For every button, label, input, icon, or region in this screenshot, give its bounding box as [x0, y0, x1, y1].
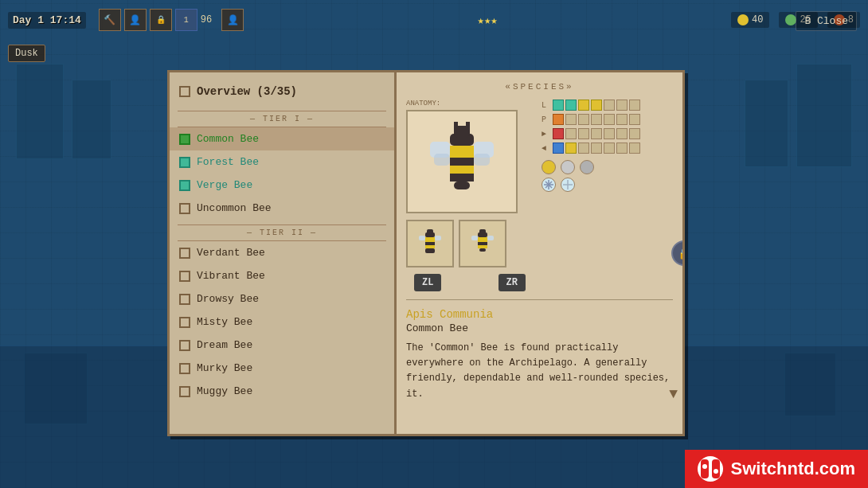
bee-item-dream[interactable]: Dream Bee — [170, 334, 394, 357]
bee-item-common[interactable]: Common Bee — [170, 127, 394, 150]
svg-rect-17 — [425, 242, 435, 245]
condition-icon-2 — [542, 178, 556, 192]
svg-rect-2 — [434, 154, 450, 166]
close-button[interactable]: B Close — [796, 11, 857, 31]
stat-block — [616, 142, 628, 154]
stat-block — [604, 114, 615, 125]
condition-icon-3 — [561, 178, 575, 192]
stat-block — [553, 100, 564, 111]
bee-name: Verdant Bee — [197, 247, 265, 259]
nav-btn-zr[interactable]: ZR — [499, 274, 526, 291]
svg-rect-26 — [478, 245, 487, 248]
species-content: ANATOMY: — [406, 100, 673, 291]
stat-block — [553, 142, 564, 154]
species-description: The 'Common' Bee is found practically ev… — [406, 341, 673, 402]
svg-rect-27 — [479, 248, 486, 252]
bee-item-murky[interactable]: Murky Bee — [170, 357, 394, 380]
bee-item-verdant[interactable]: Verdant Bee — [170, 241, 394, 264]
conditions-area — [542, 160, 673, 192]
switch-logo — [698, 456, 723, 482]
overview-title: Overview (3/35) — [197, 85, 297, 98]
stat-block — [591, 100, 602, 111]
bee-checkbox — [179, 340, 190, 351]
bee-checkbox — [179, 180, 190, 191]
bee-item-verge[interactable]: Verge Bee — [170, 174, 394, 197]
bee-name: Verge Bee — [197, 179, 252, 191]
bee-item-forest[interactable]: Forest Bee — [170, 150, 394, 174]
stat-blocks — [553, 114, 640, 125]
stat-block — [578, 114, 589, 125]
overview-item[interactable]: Overview (3/35) — [170, 80, 394, 106]
hud-inventory: 🔨 👤 🔒 1 96 — [99, 9, 212, 31]
stat-block — [591, 128, 602, 139]
stat-block — [616, 114, 628, 125]
bee-item-uncommon[interactable]: Uncommon Bee — [170, 197, 394, 220]
svg-rect-37 — [702, 464, 707, 469]
hud-bar: Day 1 17:14 🔨 👤 🔒 1 96 👤 ★★★ 40 25 — [0, 0, 868, 40]
snowflake-icon — [561, 178, 574, 191]
bee-thumbnails — [406, 220, 534, 267]
hud-count: 96 — [201, 14, 212, 25]
switchntd-banner: Switchntd.com — [685, 450, 868, 488]
hud-time: Day 1 17:14 — [8, 12, 86, 29]
condition-sun-icon — [542, 160, 556, 174]
stat-blocks — [553, 100, 640, 111]
bee-name: Muggy Bee — [197, 385, 252, 397]
stats-panel: L P — [542, 100, 673, 291]
stat-block — [629, 114, 640, 125]
resource-icon-2 — [785, 14, 796, 25]
stat-block — [565, 142, 577, 154]
stat-indicator: L — [542, 101, 549, 110]
bee-checkbox — [179, 134, 190, 145]
stat-indicator: P — [542, 115, 549, 124]
bee-item-vibrant[interactable]: Vibrant Bee — [170, 264, 394, 287]
svg-rect-38 — [714, 469, 718, 474]
bee-name: Misty Bee — [197, 316, 252, 328]
bee-item-muggy[interactable]: Muggy Bee — [170, 380, 394, 403]
svg-rect-13 — [419, 236, 425, 240]
bee-item-misty[interactable]: Misty Bee — [170, 310, 394, 334]
stat-row-p: P — [542, 114, 673, 125]
svg-rect-11 — [454, 122, 458, 130]
nav-btn-zl[interactable]: ZL — [414, 274, 441, 291]
description-area: Apis Communia Common Bee The 'Common' Be… — [406, 299, 673, 402]
inventory-slot: 👤 — [221, 9, 244, 31]
stat-block — [553, 114, 564, 125]
scientific-name: Apis Communia — [406, 308, 673, 321]
bee-thumb-2[interactable] — [459, 220, 506, 267]
bee-name: Forest Bee — [197, 156, 259, 168]
bee-checkbox — [179, 386, 190, 397]
nav-buttons: ZL ZR — [406, 274, 534, 291]
species-header: «SPECIES» — [406, 82, 673, 92]
bee-name: Uncommon Bee — [197, 202, 272, 214]
scroll-arrow: ▼ — [669, 386, 678, 402]
stat-blocks — [553, 142, 640, 154]
resource-honey: 40 — [731, 12, 769, 28]
stat-block — [591, 142, 602, 154]
stat-row-r: ► — [542, 128, 673, 139]
stat-block — [629, 128, 640, 139]
svg-rect-20 — [427, 229, 433, 234]
stat-block — [616, 100, 628, 111]
stat-block — [629, 142, 640, 154]
stat-block — [553, 128, 564, 139]
species-panel: «SPECIES» ANATOMY: — [397, 72, 682, 434]
bee-item-drowsy[interactable]: Drowsy Bee — [170, 287, 394, 310]
stat-block — [604, 100, 615, 111]
stat-block — [578, 128, 589, 139]
stat-block — [565, 100, 577, 111]
bee-thumb-sprite — [414, 228, 446, 260]
lock-button[interactable]: 🔒 — [671, 240, 682, 266]
svg-rect-22 — [487, 236, 494, 240]
stat-block — [604, 142, 615, 154]
bee-sprite — [422, 122, 502, 201]
stat-block — [629, 100, 640, 111]
tier1-section: — TIER I — Common Bee Forest Bee Verge B… — [170, 111, 394, 220]
bg-element — [72, 80, 111, 159]
stat-block — [616, 128, 628, 139]
tier2-label: — TIER II — — [170, 225, 394, 240]
bee-name: Common Bee — [197, 133, 259, 145]
stat-blocks — [553, 128, 640, 139]
svg-rect-28 — [479, 229, 486, 234]
bee-thumb-1[interactable] — [406, 220, 454, 267]
